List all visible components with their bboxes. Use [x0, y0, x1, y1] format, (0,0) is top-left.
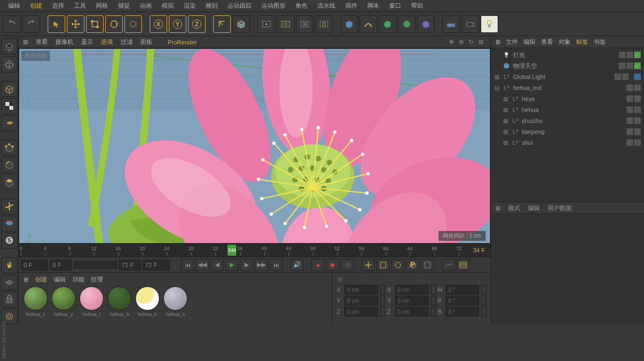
vp-menu-显示[interactable]: 显示 [81, 38, 93, 45]
point-mode-button[interactable] [1, 140, 18, 156]
vp-pan-icon[interactable]: ✥ [449, 38, 457, 46]
vp-menu-选项[interactable]: 选项 [101, 38, 113, 45]
attr-用户数据[interactable]: 用户数据 [548, 204, 572, 212]
key-rotate-button[interactable] [391, 259, 404, 271]
polygon-mode-button[interactable] [1, 174, 18, 190]
tree-item-Global Light[interactable]: ⊞L⁰Global Light [492, 71, 643, 82]
render-region-button[interactable] [277, 15, 294, 33]
next-key-button[interactable]: ▶▶ [255, 259, 268, 271]
snap-tool[interactable]: S [1, 233, 18, 249]
menu-窗口[interactable]: 窗口 [384, 0, 406, 12]
model-mode-button[interactable] [1, 81, 18, 97]
add-cube-button[interactable] [340, 15, 358, 33]
last-tool[interactable] [124, 15, 142, 33]
tree-item-灯光[interactable]: 灯光 ✓ [492, 49, 643, 60]
prev-key-button[interactable]: ◀◀ [196, 259, 209, 271]
render-settings-button[interactable] [296, 15, 314, 33]
goto-start-button[interactable]: ⏮ [181, 259, 194, 271]
mat-menu-创建[interactable]: 创建 [35, 275, 47, 284]
vp-zoom-icon[interactable]: ⊕ [459, 38, 466, 46]
camera-button[interactable] [461, 15, 479, 33]
cube-primitive-button[interactable] [232, 15, 250, 33]
edge-mode-button[interactable] [1, 157, 18, 173]
scale-tool[interactable] [86, 15, 104, 33]
add-environment-button[interactable] [417, 15, 435, 33]
redo-button[interactable] [22, 15, 40, 33]
tree-item-hehua_md[interactable]: ⊟L⁰hehua_md [492, 82, 643, 93]
material-hehua_h[interactable]: hehua_h [134, 286, 161, 317]
mat-menu-功能[interactable]: 功能 [72, 275, 84, 284]
add-deformer-button[interactable] [398, 15, 415, 33]
prev-frame-button[interactable]: ◀ [210, 259, 224, 271]
menu-角色[interactable]: 角色 [290, 0, 312, 12]
vp-menu-过滤[interactable]: 过滤 [121, 38, 133, 45]
obj-tab-编辑[interactable]: 编辑 [523, 38, 535, 46]
attr-编辑[interactable]: 编辑 [528, 204, 540, 212]
vp-menu-查看[interactable]: 查看 [36, 38, 48, 45]
move-tool[interactable] [67, 15, 84, 33]
range-end-field[interactable]: 72 F [119, 260, 141, 270]
obj-tab-书签[interactable]: 书签 [594, 38, 606, 46]
obj-tab-对象[interactable]: 对象 [558, 38, 571, 46]
key-param-button[interactable]: P [406, 259, 419, 271]
menu-动画[interactable]: 动画 [135, 0, 157, 12]
render-view-button[interactable] [258, 15, 275, 33]
menu-流水线[interactable]: 流水线 [312, 0, 340, 12]
axis-tool[interactable] [1, 199, 18, 215]
workplane-tool[interactable] [1, 274, 18, 290]
axis-z-button[interactable]: Z [188, 15, 206, 33]
menu-脚本[interactable]: 脚本 [362, 0, 384, 12]
floor-button[interactable] [442, 15, 460, 33]
tweak-tool[interactable] [1, 216, 18, 232]
vp-rotate-icon[interactable]: ↻ [469, 38, 476, 46]
tree-item-物理天空[interactable]: 物理天空 ✓ [492, 60, 643, 71]
goto-end-button[interactable]: ⏭ [270, 259, 283, 271]
material-hehua_s[interactable]: hehua_s [162, 286, 189, 317]
material-hehua_h[interactable]: hehua_h [106, 286, 133, 317]
material-hehua_z[interactable]: hehua_z [22, 286, 49, 317]
range-slider[interactable] [73, 261, 117, 269]
axis-y-button[interactable]: Y [169, 15, 186, 33]
globe-button[interactable] [1, 57, 18, 72]
tree-item-lianpeng[interactable]: ⊞L⁰lianpeng [492, 126, 643, 137]
texture-mode-button[interactable] [1, 98, 18, 114]
menu-模拟[interactable]: 模拟 [157, 0, 179, 12]
menu-运动跟踪[interactable]: 运动跟踪 [223, 0, 257, 12]
attr-模式[interactable]: 模式 [508, 204, 520, 212]
fcurve-button[interactable] [442, 259, 455, 271]
menu-运动图形[interactable]: 运动图形 [257, 0, 290, 12]
menu-创建[interactable]: 创建 [25, 0, 47, 12]
key-scale-button[interactable] [377, 259, 390, 271]
obj-tab-标签[interactable]: 标签 [576, 38, 588, 46]
mat-menu-纹理[interactable]: 纹理 [91, 275, 103, 284]
menu-工具[interactable]: 工具 [69, 0, 91, 12]
render-queue-button[interactable] [315, 15, 333, 33]
rotate-tool[interactable] [105, 15, 123, 33]
record-button[interactable]: ● [311, 259, 324, 271]
menu-选择[interactable]: 选择 [47, 0, 69, 12]
undo-button[interactable] [3, 15, 21, 33]
sound-button[interactable]: 🔊 [290, 259, 304, 271]
dopesheet-button[interactable] [457, 259, 470, 271]
tree-item-heye[interactable]: ⊞L⁰heye [492, 93, 643, 104]
timeline[interactable]: 04812162024283236404448525660646872346 3… [19, 244, 491, 257]
tree-item-shui[interactable]: ⊞L⁰shui [492, 137, 643, 148]
next-frame-button[interactable]: ▶ [240, 259, 253, 271]
axis-x-button[interactable]: X [150, 15, 167, 33]
menu-捕捉[interactable]: 捕捉 [113, 0, 135, 12]
lock-tool[interactable] [1, 291, 18, 307]
magnet-tool[interactable] [1, 257, 18, 273]
playhead[interactable]: 346 [227, 245, 236, 256]
viewport-3d[interactable]: 透视视图 [19, 48, 491, 244]
workplane-mode-button[interactable] [1, 115, 18, 131]
menu-渲染[interactable]: 渲染 [179, 0, 201, 12]
grid-icon[interactable]: ⊞ [23, 38, 28, 46]
menu-网格[interactable]: 网格 [91, 0, 113, 12]
mat-menu-编辑[interactable]: 编辑 [54, 275, 66, 284]
tree-item-shuizhu[interactable]: ⊞L⁰shuizhu [492, 115, 643, 126]
menu-插件[interactable]: 插件 [340, 0, 362, 12]
light-button[interactable] [481, 15, 498, 33]
start-frame-field[interactable]: 0 F [21, 260, 48, 270]
range-start-field[interactable]: 0 F [50, 260, 72, 270]
key-move-button[interactable] [362, 259, 375, 271]
